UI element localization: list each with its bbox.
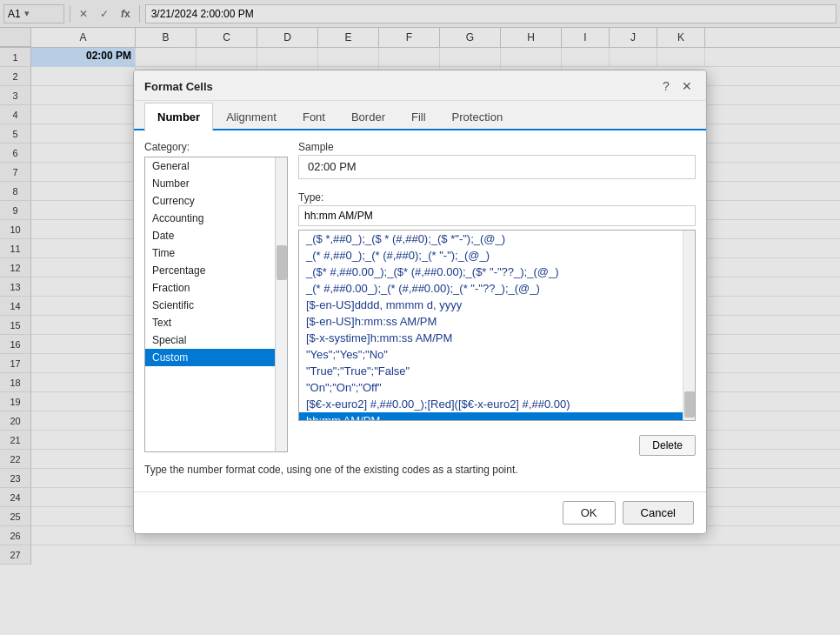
list-item[interactable]: "Yes";"Yes";"No": [299, 346, 695, 363]
category-label: Category:: [144, 141, 288, 153]
right-panel: Sample 02:00 PM Type: _($ *,##0_);_($ * …: [298, 141, 696, 456]
list-item[interactable]: "On";"On";"Off": [299, 379, 695, 396]
list-item[interactable]: Text: [145, 314, 275, 331]
category-scrollbar-thumb: [277, 245, 287, 280]
list-item[interactable]: [$-x-systime]h:mm:ss AM/PM: [299, 330, 695, 346]
type-section: Type: _($ *,##0_);_($ * (#,##0);_($ *"-"…: [298, 191, 696, 421]
list-item[interactable]: Scientific: [145, 297, 275, 314]
category-list-container: Category: General Number Currency Accoun…: [144, 141, 288, 456]
dialog-footer: OK Cancel: [134, 491, 706, 533]
list-item[interactable]: [$-en-US]h:mm:ss AM/PM: [299, 313, 695, 330]
list-item[interactable]: _(* #,##0_);_(* (#,##0);_(* "-");_(@_): [299, 247, 695, 264]
tab-alignment[interactable]: Alignment: [213, 103, 290, 130]
type-list-wrapper: _($ *,##0_);_($ * (#,##0);_($ *"-");_(@_…: [298, 230, 696, 421]
dialog-body: Category: General Number Currency Accoun…: [134, 130, 706, 491]
tab-font[interactable]: Font: [290, 103, 338, 130]
category-section: Category: General Number Currency Accoun…: [144, 141, 696, 456]
ok-button[interactable]: OK: [563, 501, 616, 525]
tab-protection[interactable]: Protection: [439, 103, 517, 130]
sample-box: 02:00 PM: [298, 155, 696, 179]
type-input[interactable]: [298, 205, 696, 226]
close-button[interactable]: ✕: [678, 77, 696, 95]
list-item[interactable]: Number: [145, 175, 275, 192]
list-item[interactable]: _(* #,##0.00_);_(* (#,##0.00);_(* "-"??_…: [299, 280, 695, 297]
dialog-tabs: Number Alignment Font Border Fill Protec…: [134, 101, 706, 130]
hint-text: Type the number format code, using one o…: [144, 456, 696, 481]
sample-label: Sample: [298, 141, 696, 153]
dialog-overlay: Format Cells ? ✕ Number Alignment Font B…: [0, 0, 840, 635]
list-item-custom[interactable]: Custom: [145, 349, 275, 366]
tab-border[interactable]: Border: [338, 103, 398, 130]
list-item[interactable]: "True";"True";"False": [299, 363, 695, 379]
list-item-selected[interactable]: hh:mm AM/PM: [299, 412, 695, 420]
category-list-wrapper: General Number Currency Accounting Date …: [144, 157, 288, 452]
delete-section: Delete: [298, 431, 696, 456]
cancel-button[interactable]: Cancel: [623, 501, 694, 525]
tab-fill[interactable]: Fill: [398, 103, 439, 130]
dialog-title-actions: ? ✕: [657, 77, 696, 95]
list-item[interactable]: Percentage: [145, 262, 275, 279]
type-label: Type:: [298, 191, 696, 204]
list-item[interactable]: [$€-x-euro2] #,##0.00_);[Red]([$€-x-euro…: [299, 396, 695, 412]
list-item[interactable]: Fraction: [145, 279, 275, 297]
list-item[interactable]: [$-en-US]dddd, mmmm d, yyyy: [299, 297, 695, 313]
category-scrollbar[interactable]: [275, 157, 287, 451]
list-item[interactable]: Currency: [145, 192, 275, 210]
type-list-scrollbar[interactable]: [683, 231, 695, 420]
category-list[interactable]: General Number Currency Accounting Date …: [145, 157, 275, 453]
type-list[interactable]: _($ *,##0_);_($ * (#,##0);_($ *"-");_(@_…: [299, 231, 695, 420]
delete-button[interactable]: Delete: [639, 435, 696, 456]
list-item[interactable]: General: [145, 157, 275, 175]
list-item[interactable]: _($ *,##0_);_($ * (#,##0);_($ *"-");_(@_…: [299, 231, 695, 247]
list-item[interactable]: Accounting: [145, 210, 275, 227]
list-item[interactable]: Time: [145, 244, 275, 262]
dialog-titlebar: Format Cells ? ✕: [134, 70, 706, 101]
dialog-title: Format Cells: [144, 80, 213, 93]
list-item[interactable]: _($* #,##0.00_);_($* (#,##0.00);_($* "-"…: [299, 264, 695, 280]
format-cells-dialog: Format Cells ? ✕ Number Alignment Font B…: [133, 70, 707, 534]
help-button[interactable]: ?: [657, 77, 675, 95]
type-list-scrollthumb: [684, 391, 695, 418]
sample-section: Sample 02:00 PM: [298, 141, 696, 184]
list-item[interactable]: Date: [145, 227, 275, 244]
list-item[interactable]: Special: [145, 331, 275, 349]
tab-number[interactable]: Number: [144, 103, 213, 132]
